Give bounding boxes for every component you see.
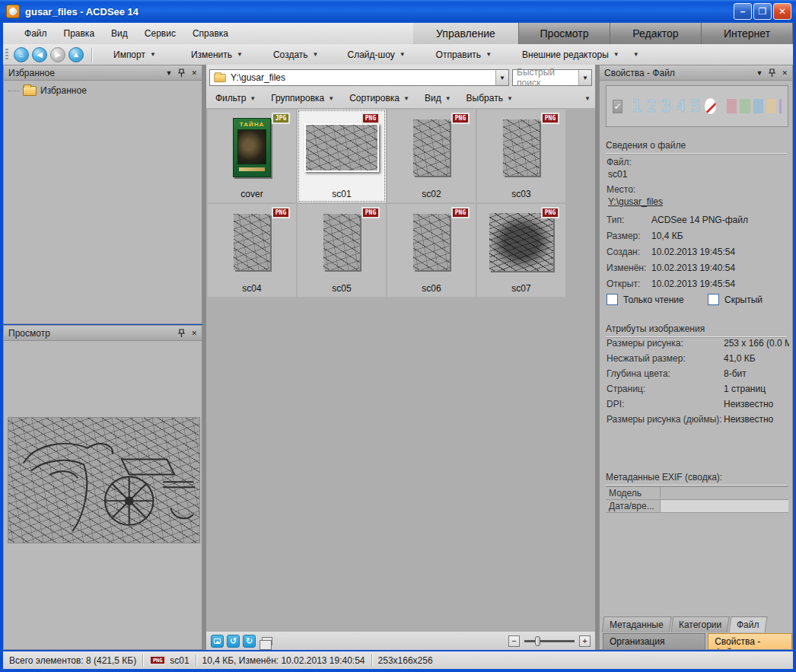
zoom-out-button[interactable]: −: [508, 635, 520, 647]
rating-2-button[interactable]: 2: [646, 97, 657, 116]
close-icon[interactable]: ✕: [782, 69, 788, 77]
filter-button[interactable]: Фильтр▼: [209, 91, 262, 106]
send-button[interactable]: Отправить▼: [427, 46, 501, 63]
tab-metadata[interactable]: Метаданные: [602, 616, 672, 632]
zoom-slider-track[interactable]: [524, 640, 575, 642]
zoom-slider-thumb[interactable]: [535, 636, 540, 646]
edit-button[interactable]: Изменить▼: [182, 46, 252, 63]
file-tile-sc07[interactable]: PNG sc07: [477, 204, 565, 297]
menu-tools[interactable]: Сервис: [137, 25, 183, 42]
menu-help[interactable]: Справка: [185, 25, 236, 42]
folder-icon: [23, 86, 37, 96]
color-label-purple[interactable]: [779, 99, 782, 113]
tagged-checkbox[interactable]: ✓: [613, 100, 622, 113]
thumbnail-sc04: [234, 214, 270, 270]
toolbar-overflow-button[interactable]: ▼: [629, 48, 644, 61]
address-text[interactable]: Y:\gusar_files: [227, 72, 495, 83]
format-badge: PNG: [451, 207, 470, 218]
close-button[interactable]: ✕: [773, 3, 791, 20]
home-button[interactable]: ⌂: [14, 47, 29, 62]
properties-panel-header: Свойства - Файл ▼ ✕: [600, 65, 792, 81]
filter-bar: Фильтр▼ Группировка▼ Сортировка▼ Вид▼ Вы…: [206, 89, 595, 107]
color-label-blue[interactable]: [753, 99, 763, 113]
thumbnail-sc01: [304, 123, 379, 172]
menu-view[interactable]: Вид: [103, 25, 135, 42]
maximize-button[interactable]: ❐: [753, 3, 772, 20]
rotate-left-button[interactable]: ↺: [227, 635, 240, 648]
rating-1-button[interactable]: 1: [632, 97, 643, 116]
exif-row-model[interactable]: Модель: [606, 487, 788, 500]
tab-file[interactable]: Файл: [729, 616, 767, 632]
pin-icon[interactable]: [178, 68, 185, 77]
chevron-down-icon[interactable]: ▼: [756, 69, 763, 77]
file-name: sc05: [332, 280, 351, 297]
file-tile-sc01[interactable]: PNG sc01: [298, 110, 386, 202]
external-editors-button[interactable]: Внешние редакторы▼: [513, 46, 629, 63]
back-button[interactable]: ◀: [32, 47, 47, 62]
grouping-button[interactable]: Группировка▼: [265, 91, 340, 106]
sorting-button[interactable]: Сортировка▼: [343, 91, 416, 106]
readonly-checkbox[interactable]: [607, 294, 618, 305]
tab-view[interactable]: Просмотр: [519, 23, 610, 44]
file-tile-sc03[interactable]: PNG sc03: [477, 110, 565, 202]
view-button[interactable]: Вид▼: [419, 91, 457, 106]
compare-windows-icon[interactable]: [262, 637, 272, 645]
preview-image[interactable]: [8, 417, 200, 543]
file-tile-sc04[interactable]: PNG sc04: [208, 204, 296, 297]
favorites-tree-item[interactable]: Избранное: [4, 81, 202, 96]
hidden-checkbox[interactable]: [708, 294, 719, 305]
menu-edit[interactable]: Правка: [56, 25, 103, 42]
rating-4-button[interactable]: 4: [676, 97, 687, 116]
chevron-down-icon[interactable]: ▼: [166, 69, 173, 77]
uncompressed-value: 41,0 КБ: [724, 353, 756, 364]
forward-button[interactable]: ▶: [50, 47, 65, 62]
quick-search-box[interactable]: Быстрый поиск ▼: [512, 69, 592, 86]
color-label-red[interactable]: [727, 99, 737, 113]
pin-icon[interactable]: [769, 68, 775, 77]
zoom-in-button[interactable]: +: [579, 635, 591, 647]
tab-editor[interactable]: Редактор: [610, 23, 702, 44]
toolbar-grip[interactable]: [5, 49, 8, 61]
rating-3-button[interactable]: 3: [661, 97, 673, 116]
rating-5-button[interactable]: 5: [690, 97, 702, 116]
organize-data-button[interactable]: Организация данных: [603, 633, 705, 650]
chevron-down-icon: ▼: [613, 51, 619, 58]
type-label: Тип:: [607, 215, 624, 225]
minimize-button[interactable]: –: [734, 3, 752, 20]
filterbar-overflow-button[interactable]: ▼: [584, 95, 595, 102]
external-editors-label: Внешние редакторы: [522, 49, 609, 60]
create-button[interactable]: Создать▼: [264, 46, 328, 63]
menu-file[interactable]: Файл: [17, 25, 55, 42]
slideshow-button[interactable]: Слайд-шоу▼: [338, 46, 414, 63]
file-tile-sc05[interactable]: PNG sc05: [298, 204, 386, 297]
color-label-green[interactable]: [740, 99, 750, 113]
type-value: ACDSee 14 PNG-файл: [651, 215, 748, 225]
file-tile-sc06[interactable]: PNG sc06: [387, 204, 476, 297]
discard-image-button[interactable]: [211, 635, 224, 648]
quick-search-dropdown-button[interactable]: ▼: [578, 70, 591, 85]
address-dropdown-button[interactable]: ▼: [495, 70, 508, 85]
address-bar[interactable]: Y:\gusar_files ▼: [209, 69, 509, 86]
exif-row-datetime[interactable]: Дата/вре...: [606, 500, 788, 513]
place-link[interactable]: Y:\gusar_files: [608, 196, 663, 207]
tab-internet[interactable]: Интернет: [702, 23, 793, 44]
toolbar-separator: [91, 48, 92, 62]
tab-categories[interactable]: Категории: [670, 616, 729, 632]
thumbnail-sc03: [503, 119, 540, 176]
sorting-label: Сортировка: [349, 93, 400, 104]
no-rating-icon[interactable]: [705, 98, 716, 114]
tab-manage[interactable]: Управление: [413, 23, 519, 44]
file-tile-sc02[interactable]: PNG sc02: [387, 110, 476, 202]
rotate-right-button[interactable]: ↻: [243, 635, 256, 648]
import-button[interactable]: Импорт▼: [104, 46, 165, 63]
color-label-tan[interactable]: [766, 99, 776, 113]
file-tile-cover[interactable]: JPG ТАЙНА cover: [208, 110, 296, 202]
close-icon[interactable]: ✕: [191, 330, 197, 337]
up-button[interactable]: ▲: [68, 47, 84, 62]
close-icon[interactable]: ✕: [191, 69, 197, 77]
properties-file-button[interactable]: Свойства - Файл: [708, 633, 792, 650]
select-button[interactable]: Выбрать▼: [460, 91, 519, 106]
pin-icon[interactable]: [178, 329, 185, 337]
dpi-value: Неизвестно: [724, 399, 773, 409]
format-badge: PNG: [361, 207, 380, 218]
